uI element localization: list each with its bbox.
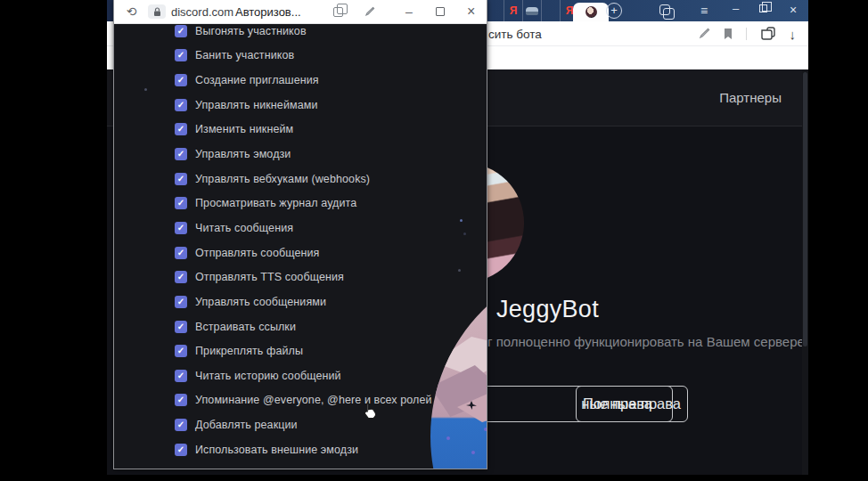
pinned-tab[interactable] <box>485 0 504 21</box>
check-icon: ✓ <box>177 420 184 429</box>
restore-icon[interactable] <box>759 4 767 12</box>
permission-row[interactable]: ✓ Управлять сообщениями <box>175 289 487 314</box>
checkbox-checked-icon[interactable]: ✓ <box>175 123 187 135</box>
check-icon: ✓ <box>177 395 184 404</box>
permissions-list: ✓ Выгонять участников ✓ Банить участнико… <box>175 24 487 462</box>
checkbox-checked-icon[interactable]: ✓ <box>175 49 187 61</box>
minimize-icon[interactable]: – <box>405 8 413 15</box>
permission-row[interactable]: ✓ Выгонять участников <box>175 24 487 44</box>
toolbar-divider <box>746 28 747 40</box>
address-text[interactable]: сить бота <box>488 21 542 46</box>
permission-label: Выгонять участников <box>195 25 307 37</box>
pinned-tab[interactable] <box>522 0 541 21</box>
checkbox-checked-icon[interactable]: ✓ <box>175 271 187 283</box>
permission-row[interactable]: ✓ Отправлять сообщения <box>175 240 487 265</box>
popup-url[interactable]: discord.com <box>171 5 233 19</box>
menu-icon[interactable]: ≡ <box>700 4 708 17</box>
pen-icon[interactable] <box>364 6 375 18</box>
bot-name: JeggyBot <box>496 296 599 323</box>
checkbox-checked-icon[interactable]: ✓ <box>175 25 187 37</box>
checkbox-checked-icon[interactable]: ✓ <box>175 419 187 431</box>
popup-content: ✓ Выгонять участников ✓ Банить участнико… <box>114 24 487 469</box>
screen: Я Я + <box>0 0 868 481</box>
permission-label: Создание приглашения <box>195 74 319 86</box>
bookmark-icon[interactable] <box>723 28 733 40</box>
reload-icon[interactable]: ⟳ <box>127 4 137 19</box>
permission-row[interactable]: ✓ Использовать внешние эмодзи <box>175 437 487 462</box>
download-icon[interactable]: ↓ <box>790 27 797 42</box>
permission-label: Управлять никнеймами <box>195 99 318 111</box>
full-rights-button[interactable]: Полные права <box>576 386 688 422</box>
permission-row[interactable]: ✓ Отправлять TTS сообщения <box>175 265 487 289</box>
checkbox-checked-icon[interactable]: ✓ <box>175 74 187 86</box>
permission-row[interactable]: ✓ Управлять никнеймами <box>175 93 487 118</box>
permission-label: Читать историю сообщений <box>195 370 341 382</box>
pinned-tab[interactable] <box>541 0 560 21</box>
checkbox-checked-icon[interactable]: ✓ <box>175 444 187 456</box>
check-icon: ✓ <box>177 346 184 355</box>
close-icon[interactable]: × <box>790 4 797 16</box>
checkbox-checked-icon[interactable]: ✓ <box>175 321 187 333</box>
check-icon: ✓ <box>177 199 184 208</box>
active-tab[interactable] <box>573 3 609 21</box>
permission-label: Читать сообщения <box>195 222 293 234</box>
permission-row[interactable]: ✓ Изменить никнейм <box>175 118 487 143</box>
close-icon[interactable]: × <box>467 5 475 18</box>
permission-label: Прикреплять файлы <box>195 345 303 357</box>
permission-row[interactable]: ✓ Встраивать ссылки <box>175 314 487 339</box>
permission-label: Банить участников <box>195 49 294 61</box>
pinned-tabs: Я Я <box>485 0 578 21</box>
permission-label: Управлять сообщениями <box>195 296 326 308</box>
page-scrollbar[interactable] <box>802 69 808 475</box>
permission-row[interactable]: ✓ Читать историю сообщений <box>175 363 487 388</box>
maximize-icon[interactable] <box>436 7 445 16</box>
permission-label: Отправлять сообщения <box>195 247 319 259</box>
check-icon: ✓ <box>177 298 184 306</box>
permission-row[interactable]: ✓ Прикреплять файлы <box>175 338 487 363</box>
check-icon: ✓ <box>177 27 184 36</box>
checkbox-checked-icon[interactable]: ✓ <box>175 222 187 234</box>
check-icon: ✓ <box>177 322 184 331</box>
permission-row[interactable]: ✓ Управлять вебхуками (webhooks) <box>175 167 487 192</box>
permission-row[interactable]: ✓ Читать сообщения <box>175 216 487 240</box>
permission-row[interactable]: ✓ Банить участников <box>175 44 487 69</box>
permission-label: Управлять вебхуками (webhooks) <box>195 173 370 185</box>
check-icon: ✓ <box>177 150 184 159</box>
checkbox-checked-icon[interactable]: ✓ <box>175 148 187 160</box>
permission-row[interactable]: ✓ Просматривать журнал аудита <box>175 191 487 216</box>
permission-row[interactable]: ✓ Создание приглашения <box>175 68 487 93</box>
tab-list-icon[interactable] <box>659 4 670 15</box>
permission-row[interactable]: ✓ Управлять эмодзи <box>175 142 487 167</box>
lock-icon[interactable] <box>148 4 166 19</box>
tab-favicon-icon: Я <box>510 5 518 16</box>
new-tab-button[interactable]: + <box>606 3 622 19</box>
permission-label: Встраивать ссылки <box>195 321 296 333</box>
permission-row[interactable]: ✓ Добавлять реакции <box>175 412 487 437</box>
check-icon: ✓ <box>177 51 184 60</box>
popup-title-bar[interactable]: ⟳ discord.com Авторизов... – × <box>114 0 487 24</box>
bot-subtitle: г полноценно функционировать на Вашем се… <box>487 334 808 349</box>
check-icon: ✓ <box>177 76 184 85</box>
nav-link-partners[interactable]: Партнеры <box>719 90 782 105</box>
duplicate-tab-icon[interactable] <box>333 7 343 17</box>
collections-icon[interactable] <box>759 27 777 41</box>
checkbox-checked-icon[interactable]: ✓ <box>175 173 187 185</box>
checkbox-checked-icon[interactable]: ✓ <box>175 345 187 357</box>
checkbox-checked-icon[interactable]: ✓ <box>175 370 187 382</box>
avatar-favicon-icon <box>585 6 597 18</box>
checkbox-checked-icon[interactable]: ✓ <box>175 99 187 111</box>
star-particle <box>144 88 147 91</box>
pinned-tab[interactable]: Я <box>504 0 522 21</box>
scrollbar-thumb[interactable] <box>803 72 807 346</box>
permission-row[interactable]: ✓ Упоминание @everyone, @here и всех рол… <box>175 388 487 413</box>
permission-label: Упоминание @everyone, @here и всех ролей <box>195 394 432 406</box>
checkbox-checked-icon[interactable]: ✓ <box>175 296 187 308</box>
check-icon: ✓ <box>177 125 184 134</box>
checkbox-checked-icon[interactable]: ✓ <box>175 247 187 259</box>
pen-icon[interactable] <box>698 28 710 40</box>
checkbox-checked-icon[interactable]: ✓ <box>175 197 187 209</box>
minimize-icon[interactable]: – <box>733 4 739 13</box>
checkbox-checked-icon[interactable]: ✓ <box>175 394 187 406</box>
tab-favicon-icon <box>526 7 538 15</box>
check-icon: ✓ <box>177 445 184 454</box>
